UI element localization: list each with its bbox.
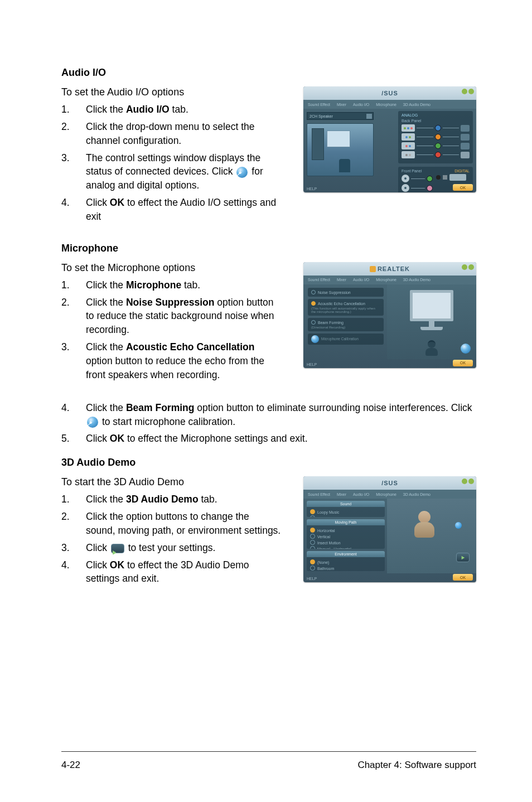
help-label[interactable]: HELP <box>307 363 317 366</box>
ok-button[interactable]: OK <box>453 184 473 191</box>
heading-audio-io: Audio I/O <box>61 67 476 79</box>
group-environment: Environment (None) Bathroom Stone Corrid… <box>307 551 385 572</box>
intro-3d-demo: To start the 3D Audio Demo <box>61 476 281 488</box>
window-controls[interactable] <box>462 264 474 270</box>
group-moving-path: Moving Path Horizontal Vertical Insect M… <box>307 519 385 549</box>
screenshot-3d-demo: /SUS Sound EffectMixer Audio I/OMicropho… <box>303 476 476 582</box>
step-number: 4. <box>61 196 86 224</box>
chapter-title: Chapter 4: Software support <box>357 760 476 771</box>
opt-vertical[interactable]: Vertical <box>310 533 381 539</box>
brand-asus: /SUS <box>381 90 398 96</box>
audio-step-1: 1. Click the Audio I/O tab. <box>61 103 281 117</box>
play-button[interactable] <box>456 553 470 562</box>
opt-horizontal[interactable]: Horizontal <box>310 527 381 533</box>
mic-step-3: 3. Click the Acoustic Echo Cancellation … <box>61 340 281 382</box>
heading-microphone: Microphone <box>61 243 476 254</box>
opt-env-bathroom[interactable]: Bathroom <box>310 565 381 571</box>
screenshot-microphone: REALTEK Sound EffectMixer Audio I/OMicro… <box>303 262 476 368</box>
audio-step-3: 3. The control settings window displays … <box>61 151 281 193</box>
opt-env-stone[interactable]: Stone Corridor <box>310 571 381 572</box>
opt-echo-cancellation[interactable]: Acoustic Echo Cancellation(This function… <box>308 299 384 316</box>
ok-button[interactable]: OK <box>453 574 473 581</box>
wrench-icon <box>236 167 248 178</box>
monitor-illustration <box>410 290 453 321</box>
tab-bar[interactable]: Sound EffectMixer Audio I/OMicrophone 3D… <box>303 100 476 109</box>
settings-ball-icon[interactable] <box>461 344 471 354</box>
analog-panel: ANALOG Back Panel <box>398 111 473 163</box>
step-number: 3. <box>61 151 86 193</box>
intro-microphone: To set the Microphone options <box>61 262 281 274</box>
window-controls[interactable] <box>462 479 474 484</box>
sound-source-icon[interactable] <box>455 522 462 529</box>
mic-step-4: 4. Click the Beam Forming option button … <box>61 401 476 429</box>
demo-step-3: 3. Click to test your settings. <box>61 541 281 555</box>
heading-3d-demo: 3D Audio Demo <box>61 457 476 468</box>
play-icon <box>111 544 124 553</box>
mic-step-2: 2. Click the Noise Suppression option bu… <box>61 296 281 337</box>
wrench-icon <box>87 417 98 428</box>
window-controls[interactable] <box>462 89 474 94</box>
demo-step-2: 2. Click the option buttons to change th… <box>61 510 281 538</box>
step-number: 1. <box>61 103 86 117</box>
room-illustration <box>307 123 374 176</box>
opt-buzzing-bee[interactable]: Buzzing Bee <box>310 515 381 517</box>
help-label[interactable]: HELP <box>307 577 317 581</box>
ok-button[interactable]: OK <box>453 360 473 366</box>
opt-insect-motion[interactable]: Insect Motion <box>310 539 381 545</box>
group-sound: Sound Loopy Music Buzzing Bee <box>307 501 385 517</box>
opt-loopy-music[interactable]: Loopy Music <box>310 509 381 515</box>
opt-env-none[interactable]: (None) <box>310 559 381 565</box>
demo-step-4: 4. Click OK to effect the 3D Audio Demo … <box>61 558 281 586</box>
channel-dropdown[interactable]: 2CH Speaker <box>307 112 374 120</box>
opt-beam-forming[interactable]: Beam Forming(Directional Recording) <box>308 318 384 331</box>
tab-bar[interactable]: Sound EffectMixer Audio I/OMicrophone 3D… <box>303 276 476 284</box>
mic-step-1: 1. Click the Microphone tab. <box>61 278 281 292</box>
tab-bar[interactable]: Sound EffectMixer Audio I/OMicrophone 3D… <box>303 490 476 499</box>
wrench-icon <box>311 335 319 343</box>
demo-step-1: 1. Click the 3D Audio Demo tab. <box>61 492 281 506</box>
listener-icon <box>414 511 434 538</box>
step-number: 2. <box>61 120 86 148</box>
opt-manual-h[interactable]: Manual - Horizontal <box>310 545 381 549</box>
brand-realtek: REALTEK <box>370 265 410 272</box>
opt-noise-suppression[interactable]: Noise Suppression <box>308 288 384 297</box>
brand-asus: /SUS <box>381 480 398 486</box>
page-number: 4-22 <box>61 760 80 771</box>
opt-mic-calibration[interactable]: Microphone Calibration <box>308 334 384 345</box>
audio-step-2: 2. Click the drop-down menu to select th… <box>61 120 281 148</box>
mic-step-5: 5. Click OK to effect the Microphone set… <box>61 432 476 446</box>
audio-step-4: 4. Click OK to effect the Audio I/O sett… <box>61 196 281 224</box>
person-icon <box>425 340 438 356</box>
screenshot-audio-io: /SUS Sound EffectMixer Audio I/OMicropho… <box>303 86 476 192</box>
help-label[interactable]: HELP <box>307 187 317 191</box>
intro-audio-io: To set the Audio I/O options <box>61 86 281 98</box>
